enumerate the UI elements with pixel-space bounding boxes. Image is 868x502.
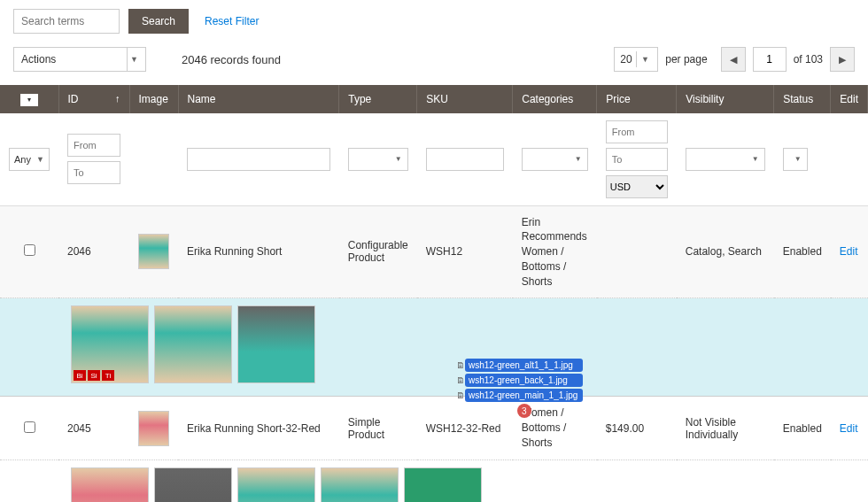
per-page-value: 20: [620, 53, 632, 66]
cell-visibility: Catalog, Search: [677, 205, 774, 298]
per-page-select[interactable]: 20 ▼: [614, 47, 658, 72]
filter-id-to[interactable]: [67, 161, 120, 184]
table-row: 2046 Erika Running Short Configurable Pr…: [0, 205, 868, 298]
drag-file-item: wsh12-green_back_1.jpg: [465, 374, 583, 387]
chevron-down-icon: ▼: [794, 155, 802, 163]
col-price[interactable]: Price: [597, 85, 677, 113]
filter-visibility-select[interactable]: ▼: [686, 148, 765, 171]
gallery-thumb[interactable]: [321, 467, 399, 502]
product-thumbnail: [138, 411, 169, 446]
cell-name: Erika Running Short: [178, 205, 339, 298]
drag-file-item: wsh12-green_main_1_1.jpg: [465, 389, 583, 402]
cell-name: Erika Running Short-32-Red: [178, 397, 339, 460]
gallery-thumb[interactable]: Bi Si Ti: [71, 467, 149, 502]
cell-status: Enabled: [774, 397, 831, 460]
cell-id: 2046: [58, 205, 129, 298]
search-input[interactable]: [13, 9, 120, 34]
col-categories[interactable]: Categories: [513, 85, 597, 113]
drag-count-badge: 3: [517, 404, 531, 418]
cell-type: Simple Product: [339, 397, 417, 460]
badge: Ti: [102, 370, 114, 381]
search-button[interactable]: Search: [128, 9, 189, 34]
per-page-control: 20 ▼ per page: [614, 47, 707, 72]
row-checkbox[interactable]: [24, 421, 35, 433]
gallery-thumb[interactable]: Bi Si Ti: [71, 305, 149, 383]
chevron-down-icon: ▼: [395, 155, 402, 163]
col-visibility[interactable]: Visibility: [677, 85, 774, 113]
gallery-thumb[interactable]: [237, 305, 315, 383]
filter-any-select[interactable]: Any▼: [9, 148, 50, 171]
chevron-down-icon: ▼: [36, 155, 44, 164]
col-image[interactable]: Image: [129, 85, 178, 113]
cell-id: 2045: [58, 397, 129, 460]
col-edit: Edit: [831, 85, 868, 113]
chevron-down-icon: ▼: [636, 51, 654, 67]
reset-filter-link[interactable]: Reset Filter: [205, 15, 259, 27]
filter-name[interactable]: [187, 148, 330, 171]
table-row: 2045 Erika Running Short-32-Red Simple P…: [0, 397, 868, 460]
gallery-row: Bi Si Ti: [0, 460, 868, 502]
top-toolbar: Search Reset Filter: [0, 0, 868, 42]
chevron-down-icon: ▼: [130, 55, 138, 64]
cell-status: Enabled: [774, 205, 831, 298]
page-total-label: of 103: [794, 53, 823, 66]
image-gallery[interactable]: Bi Si Ti: [71, 467, 859, 502]
grid-controls-row: Actions ▼ 2046 records found 20 ▼ per pa…: [0, 42, 868, 85]
actions-select[interactable]: Actions ▼: [13, 47, 146, 72]
products-grid: ▾ ID Image Name Type SKU Categories Pric…: [0, 85, 868, 502]
next-page-button[interactable]: ▶: [830, 47, 855, 72]
cell-categories: Erin Recommends Women / Bottoms / Shorts: [513, 205, 597, 298]
gallery-thumb[interactable]: [154, 305, 232, 383]
col-id[interactable]: ID: [58, 85, 129, 113]
filter-categories-select[interactable]: ▼: [522, 148, 588, 171]
actions-select-label: Actions: [21, 53, 56, 66]
per-page-label: per page: [665, 53, 707, 66]
filter-price-from[interactable]: [606, 120, 668, 143]
cell-type: Configurable Product: [339, 205, 417, 298]
filter-sku[interactable]: [426, 148, 504, 171]
badge: Bi: [74, 370, 86, 381]
chevron-down-icon: ▼: [575, 155, 582, 163]
col-select[interactable]: ▾: [0, 85, 58, 113]
cell-price: $149.00: [597, 397, 677, 460]
gallery-thumb[interactable]: [404, 467, 482, 502]
cell-sku: WSH12: [417, 205, 513, 298]
filter-row: Any▼ ▼ ▼ USD ▼ ▼: [0, 113, 868, 206]
row-checkbox[interactable]: [24, 244, 35, 256]
pager: ◀ of 103 ▶: [721, 47, 855, 72]
col-name[interactable]: Name: [178, 85, 339, 113]
badge: Si: [88, 370, 100, 381]
col-sku[interactable]: SKU: [417, 85, 513, 113]
filter-id-from[interactable]: [67, 134, 120, 157]
prev-page-button[interactable]: ◀: [721, 47, 746, 72]
edit-link[interactable]: Edit: [840, 245, 858, 258]
edit-link[interactable]: Edit: [840, 422, 858, 435]
filter-type-select[interactable]: ▼: [348, 148, 408, 171]
image-role-badges: Bi Si Ti: [74, 370, 114, 381]
select-dropdown-icon: ▾: [20, 94, 38, 106]
filter-currency-select[interactable]: USD: [606, 175, 668, 198]
cell-price: [597, 205, 677, 298]
gallery-row: Bi Si Ti: [0, 298, 868, 397]
product-thumbnail: [138, 234, 169, 269]
chevron-down-icon: ▼: [752, 155, 759, 163]
cell-visibility: Not Visible Individually: [677, 397, 774, 460]
col-status[interactable]: Status: [774, 85, 831, 113]
filter-status-select[interactable]: ▼: [783, 148, 808, 171]
gallery-thumb[interactable]: [154, 467, 232, 502]
filter-price-to[interactable]: [606, 148, 668, 171]
drag-file-item: wsh12-green_alt1_1_1.jpg: [465, 359, 583, 372]
gallery-thumb[interactable]: [237, 467, 315, 502]
drag-files-overlay: wsh12-green_alt1_1_1.jpg wsh12-green_bac…: [465, 359, 583, 418]
col-type[interactable]: Type: [339, 85, 417, 113]
records-found-text: 2046 records found: [182, 53, 281, 66]
page-input[interactable]: [753, 47, 787, 72]
